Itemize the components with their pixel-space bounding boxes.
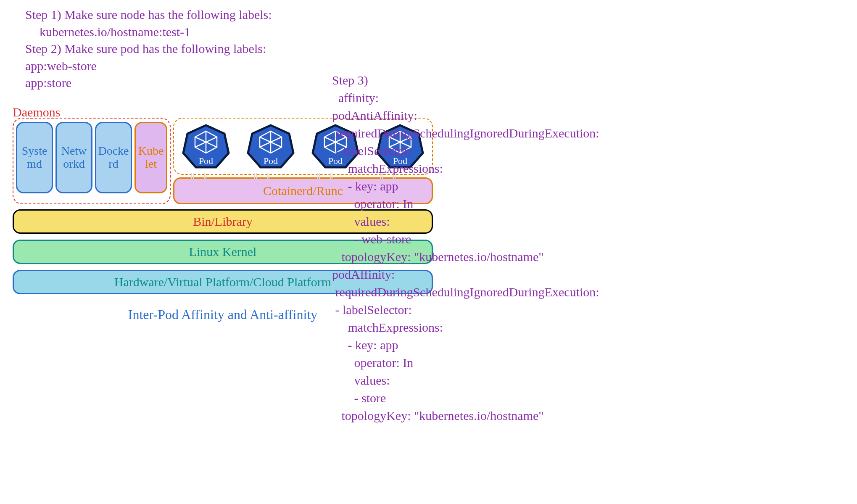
yaml-labelSelector1: - labelSelector: (335, 144, 412, 158)
daemon-dockerd: Dockerd (95, 122, 132, 193)
step2-title: Step 2) Make sure pod has the following … (25, 40, 272, 58)
yaml-labelSelector2: - labelSelector: (335, 303, 412, 317)
step2-label2: app:store (25, 74, 272, 92)
yaml-values1: values: (354, 214, 390, 228)
kubelet-box: Kubelet (134, 122, 167, 193)
yaml-podAffinity: podAffinity: (332, 267, 395, 281)
yaml-operator1: operator: In (354, 197, 414, 211)
containerd-label: Cotainerd/Runc (263, 184, 343, 198)
yaml-topokey1: topologyKey: "kubernetes.io/hostname" (342, 250, 544, 264)
yaml-store: - store (354, 391, 386, 405)
pod-icon: Pod (181, 124, 231, 169)
yaml-affinity: affinity: (338, 91, 379, 105)
daemons-label: Daemons (13, 105, 60, 119)
yaml-podAntiAffinity: podAntiAffinity: (332, 108, 417, 122)
yaml-required1: requiredDuringSchedulingIgnoredDuringExe… (335, 126, 599, 140)
yaml-matchExpr1: matchExpressions: (348, 161, 443, 175)
yaml-block: Step 3) affinity: podAntiAffinity: requi… (332, 71, 599, 425)
svg-text:Pod: Pod (199, 156, 213, 166)
yaml-key2: - key: app (348, 338, 398, 352)
step1-label: kubernetes.io/hostname:test-1 (25, 24, 272, 41)
yaml-webstore: - web-store (354, 232, 411, 246)
daemons-group: Systemd Networkd Dockerd Kubelet (13, 118, 171, 204)
pod-icon: Pod (245, 124, 296, 169)
yaml-operator2: operator: In (354, 356, 414, 369)
yaml-matchExpr2: matchExpressions: (348, 320, 443, 334)
step2-label1: app:web-store (25, 58, 272, 75)
daemon-networkd: Networkd (55, 122, 92, 193)
yaml-key1: - key: app (348, 179, 398, 193)
yaml-topokey2: topologyKey: "kubernetes.io/hostname" (342, 409, 544, 422)
yaml-required2: requiredDuringSchedulingIgnoredDuringExe… (335, 285, 599, 299)
steps-block: Step 1) Make sure node has the following… (25, 6, 272, 92)
yaml-step3: Step 3) (332, 73, 368, 87)
svg-text:Pod: Pod (264, 156, 278, 166)
step1-title: Step 1) Make sure node has the following… (25, 6, 272, 24)
daemon-systemd: Systemd (16, 122, 53, 193)
yaml-values2: values: (354, 373, 390, 387)
